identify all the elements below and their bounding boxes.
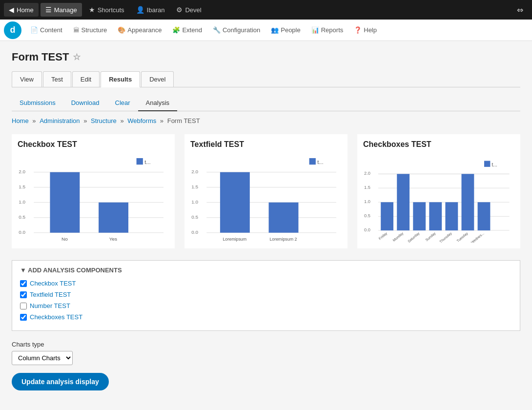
- drupal-logo[interactable]: d: [4, 21, 21, 39]
- chart-checkbox-test-area: t... 0.0 0.5 1.0 1.5 2.0: [18, 155, 169, 243]
- svg-text:1.5: 1.5: [191, 184, 198, 189]
- sec-nav-reports[interactable]: 📊 Reports: [307, 23, 348, 37]
- toggle-icon[interactable]: ⇔: [512, 5, 528, 15]
- analysis-item-checkboxes-test: Checkboxes TEST: [20, 313, 512, 321]
- charts-type-section: Charts type Column Charts Bar Charts Lin…: [12, 341, 520, 365]
- tab-devel[interactable]: Devel: [141, 71, 174, 87]
- tab-download[interactable]: Download: [63, 95, 107, 111]
- nav-shortcuts[interactable]: ★ Shortcuts: [84, 3, 129, 17]
- svg-rect-0: [137, 158, 143, 164]
- sec-nav-people[interactable]: 👥 People: [266, 23, 305, 37]
- primary-tabs: View Test Edit Results Devel: [12, 71, 520, 87]
- svg-text:t...: t...: [492, 162, 497, 167]
- chart-checkbox-test-svg: t... 0.0 0.5 1.0 1.5 2.0: [18, 155, 169, 243]
- nav-right-actions: ⇔: [512, 5, 528, 15]
- checkbox-checkboxes-test[interactable]: [20, 314, 27, 321]
- svg-text:Monday: Monday: [392, 231, 405, 243]
- analysis-item-textfield-test: Textfield TEST: [20, 291, 512, 298]
- svg-rect-45: [397, 174, 409, 230]
- checkbox-textfield-test[interactable]: [20, 291, 27, 298]
- svg-text:0.0: 0.0: [191, 229, 198, 235]
- svg-text:1.0: 1.0: [364, 199, 370, 204]
- analysis-box-title: ▼ ADD ANALYSIS COMPONENTS: [20, 266, 512, 274]
- tab-results[interactable]: Results: [101, 71, 140, 87]
- svg-text:2.0: 2.0: [364, 171, 370, 176]
- svg-rect-16: [309, 158, 316, 164]
- breadcrumb-administration[interactable]: Administration: [40, 117, 80, 124]
- svg-text:0.5: 0.5: [364, 213, 370, 218]
- chart-checkboxes-test-area: t... 0.0 0.5 1.0 1.5 2.0: [363, 155, 514, 243]
- breadcrumb: Home » Administration » Structure » Webf…: [12, 117, 520, 124]
- chart-checkboxes-test-title: Checkboxes TEST: [363, 140, 514, 149]
- svg-text:t...: t...: [144, 159, 150, 165]
- breadcrumb-current: Form TEST: [167, 117, 200, 124]
- help-icon: ❓: [354, 26, 362, 34]
- gear-icon: ⚙: [176, 6, 183, 14]
- extend-icon: 🧩: [172, 26, 180, 34]
- sec-nav-extend[interactable]: 🧩 Extend: [167, 23, 206, 37]
- tab-edit[interactable]: Edit: [72, 71, 100, 87]
- tab-clear[interactable]: Clear: [107, 95, 138, 111]
- sec-nav-help[interactable]: ❓ Help: [349, 23, 382, 37]
- chart-checkbox-test: Checkbox TEST t... 0.0 0.5 1.0 1.5 2.0: [12, 134, 175, 248]
- svg-text:Yes: Yes: [109, 236, 117, 242]
- chart-textfield-test-title: Textfield TEST: [190, 140, 342, 149]
- svg-text:1.5: 1.5: [364, 185, 370, 190]
- svg-text:1.5: 1.5: [19, 184, 25, 189]
- svg-text:0.5: 0.5: [19, 214, 25, 220]
- nav-ibaran[interactable]: 👤 Ibaran: [131, 3, 170, 17]
- svg-rect-50: [478, 202, 491, 230]
- sec-nav-structure[interactable]: 🏛 Structure: [68, 23, 112, 37]
- chart-checkboxes-test-svg: t... 0.0 0.5 1.0 1.5 2.0: [363, 155, 514, 243]
- sec-nav-configuration[interactable]: 🔧 Configuration: [208, 23, 265, 37]
- chart-checkboxes-test: Checkboxes TEST t... 0.0 0.5 1.0 1.5 2.0: [357, 134, 520, 248]
- sec-nav-appearance[interactable]: 🎨 Appearance: [113, 23, 166, 37]
- secondary-tabs: Submissions Download Clear Analysis: [12, 95, 520, 111]
- label-textfield-test: Textfield TEST: [30, 291, 71, 298]
- breadcrumb-home[interactable]: Home: [12, 117, 29, 124]
- svg-text:t...: t...: [317, 159, 323, 165]
- chart-textfield-test-svg: t... 0.0 0.5 1.0 1.5 2.0: [190, 155, 342, 243]
- home-icon: ◀: [9, 6, 14, 14]
- tab-submissions[interactable]: Submissions: [12, 95, 63, 111]
- tab-analysis[interactable]: Analysis: [138, 95, 177, 111]
- nav-manage[interactable]: ☰ Manage: [41, 3, 82, 17]
- svg-text:Thursday: Thursday: [439, 231, 453, 243]
- svg-text:Tuesday: Tuesday: [456, 231, 469, 243]
- svg-text:1.0: 1.0: [19, 199, 25, 205]
- label-checkboxes-test: Checkboxes TEST: [30, 313, 82, 321]
- svg-rect-46: [413, 202, 426, 230]
- favorite-star-icon[interactable]: ☆: [73, 52, 81, 62]
- analysis-components-box: ▼ ADD ANALYSIS COMPONENTS Checkbox TEST …: [12, 260, 520, 331]
- nav-home[interactable]: ◀ Home: [4, 3, 39, 17]
- breadcrumb-structure[interactable]: Structure: [91, 117, 117, 124]
- svg-text:0.5: 0.5: [191, 214, 198, 220]
- user-icon: 👤: [136, 6, 144, 14]
- reports-icon: 📊: [311, 26, 319, 34]
- svg-rect-28: [220, 172, 250, 233]
- svg-rect-29: [269, 203, 299, 233]
- breadcrumb-webforms[interactable]: Webforms: [127, 117, 156, 124]
- tab-test[interactable]: Test: [43, 71, 71, 87]
- svg-rect-48: [445, 202, 458, 230]
- update-analysis-button[interactable]: Update analysis display: [12, 373, 109, 390]
- svg-text:0.0: 0.0: [364, 227, 370, 232]
- svg-text:Loremipsum 2: Loremipsum 2: [269, 237, 297, 242]
- svg-rect-12: [50, 172, 80, 233]
- checkbox-checkbox-test[interactable]: [20, 280, 27, 287]
- svg-rect-32: [484, 161, 490, 167]
- nav-devel[interactable]: ⚙ Devel: [171, 3, 206, 17]
- secondary-navigation: d 📄 Content 🏛 Structure 🎨 Appearance 🧩 E…: [0, 20, 532, 41]
- people-icon: 👥: [271, 26, 279, 34]
- charts-type-label: Charts type: [12, 341, 520, 348]
- tab-view[interactable]: View: [12, 71, 42, 87]
- sec-nav-content[interactable]: 📄 Content: [25, 23, 67, 37]
- analysis-item-checkbox-test: Checkbox TEST: [20, 280, 512, 287]
- label-number-test: Number TEST: [30, 302, 70, 309]
- page-content: Form TEST ☆ View Test Edit Results Devel…: [0, 41, 532, 410]
- svg-rect-47: [429, 202, 442, 230]
- svg-text:No: No: [61, 236, 68, 242]
- checkbox-number-test[interactable]: [20, 303, 27, 309]
- charts-type-select[interactable]: Column Charts Bar Charts Line Charts Pie…: [12, 351, 73, 365]
- chart-textfield-test: Textfield TEST t... 0.0 0.5 1.0 1.5 2.0: [184, 134, 348, 248]
